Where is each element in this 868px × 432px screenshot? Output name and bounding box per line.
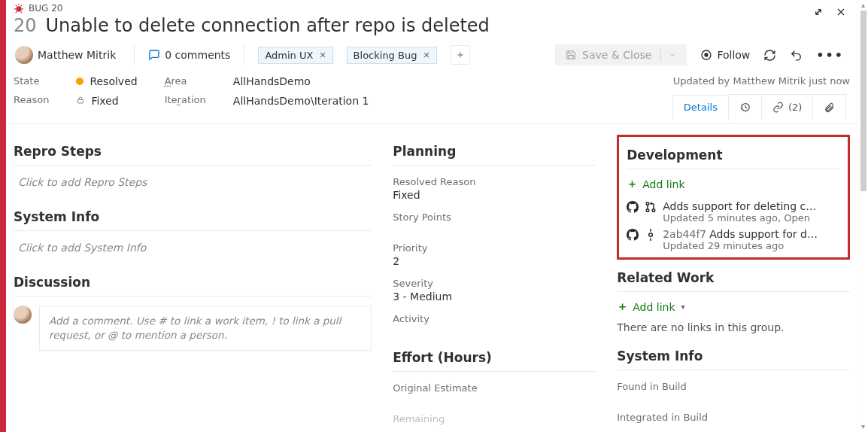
github-icon [627,201,639,213]
close-icon[interactable] [835,6,847,18]
severity-label: Severity [393,278,596,289]
chevron-down-icon: ▾ [681,303,685,311]
svg-point-7 [652,209,655,212]
svg-point-8 [649,233,653,237]
dev-item-title: Adds support for deleting connecti… [663,200,821,212]
expand-icon[interactable] [812,6,824,18]
link-icon [772,102,784,113]
tab-details[interactable]: Details [672,95,729,120]
section-effort: Effort (Hours) [393,344,596,372]
section-planning: Planning [393,138,596,166]
reason-label: Reason [14,94,49,105]
github-icon [627,229,639,241]
save-and-close-button: Save & Close [555,44,687,65]
save-label: Save & Close [582,49,651,61]
avatar [14,306,32,324]
found-in-build-label: Found in Build [617,381,850,392]
scrollbar[interactable]: ▴ ▾ [857,0,868,432]
history-icon [739,102,751,113]
system-info-input[interactable]: Click to add System Info [14,231,372,264]
pull-request-icon [645,201,657,213]
separator [244,44,244,65]
more-actions-icon[interactable]: ••• [816,48,844,62]
dev-item-title: 2ab44f7Adds support for deleting … [663,228,821,240]
resolved-reason-label: Resolved Reason [393,176,596,187]
severity-value[interactable]: 3 - Medium [393,291,596,303]
state-value[interactable]: Resolved [76,75,137,87]
add-tag-button[interactable]: ＋ [451,45,470,65]
section-repro-steps: Repro Steps [14,138,372,166]
avatar [15,46,33,64]
svg-point-5 [646,202,649,205]
bug-icon [14,3,24,14]
tab-links[interactable]: (2) [761,94,813,120]
tag-remove-icon[interactable]: ✕ [319,50,326,60]
priority-value[interactable]: 2 [393,255,596,267]
area-label: Area [165,75,206,87]
work-item-type: BUG 20 [29,3,62,14]
refresh-icon[interactable] [763,49,776,62]
attachment-icon [824,102,835,113]
tab-attachments[interactable] [812,94,846,120]
svg-point-6 [646,209,649,212]
comments-button[interactable]: 0 comments [148,49,230,61]
follow-button[interactable]: Follow [700,49,750,61]
integrated-in-build-label: Integrated in Build [617,412,850,423]
scroll-up-icon[interactable]: ▴ [861,2,865,9]
undo-icon[interactable] [790,49,803,62]
state-label: State [14,75,49,87]
development-item[interactable]: 2ab44f7Adds support for deleting … Updat… [627,228,840,251]
iteration-value[interactable]: AllHandsDemo\Iteration 1 [233,95,369,107]
commit-icon [645,229,657,241]
tag[interactable]: Blocking Bug ✕ [347,47,437,64]
updated-by-text: Updated by Matthew Mitrik just now [673,75,850,87]
reason-value[interactable]: Fixed [76,95,137,107]
resolved-reason-value[interactable]: Fixed [393,189,596,201]
svg-point-0 [16,6,21,11]
dev-item-subtitle: Updated 29 minutes ago [663,240,821,251]
repro-steps-input[interactable]: Click to add Repro Steps [14,166,372,199]
comments-count: 0 comments [165,49,230,61]
section-system-info: System Info [14,203,372,231]
dev-item-subtitle: Updated 5 minutes ago, Open [663,212,821,224]
development-item[interactable]: Adds support for deleting connecti… Upda… [627,200,840,224]
discussion-input[interactable]: Add a comment. Use # to link a work item… [39,306,372,351]
section-development: Development [627,141,840,169]
follow-label: Follow [717,49,750,61]
tag-label: Admin UX [265,50,313,61]
section-related-work: Related Work [617,264,850,292]
tab-history[interactable] [728,94,762,120]
priority-label: Priority [393,242,596,254]
related-empty-text: There are no links in this group. [617,318,850,338]
add-link-button[interactable]: ＋Add link▾ [617,292,850,318]
area-value[interactable]: AllHandsDemo [233,75,369,87]
activity-label: Activity [393,313,596,324]
chevron-down-icon [660,49,676,61]
state-dot-icon [76,78,83,85]
remaining-label: Remaining [393,413,596,424]
separator [134,44,135,65]
original-estimate-label: Original Estimate [393,382,596,394]
iteration-label: Iteration [165,94,206,105]
story-points-label: Story Points [393,211,596,223]
svg-rect-3 [78,100,83,104]
section-system-info-right: System Info [617,342,850,370]
plus-icon: ＋ [617,300,628,314]
tag[interactable]: Admin UX ✕ [258,47,332,64]
assignee-name: Matthew Mitrik [38,49,116,61]
plus-icon: ＋ [627,177,638,191]
section-discussion: Discussion [14,269,372,297]
scroll-thumb[interactable] [860,11,866,191]
assignee-picker[interactable]: Matthew Mitrik [14,44,120,66]
work-item-title[interactable]: Unable to delete connection after repo i… [46,15,490,36]
development-highlight: Development ＋Add link Adds support for d… [617,135,850,260]
tag-label: Blocking Bug [354,50,417,61]
add-link-button[interactable]: ＋Add link [627,169,840,196]
lock-icon [76,95,85,107]
work-item-id: 20 [14,15,37,36]
scroll-down-icon[interactable]: ▾ [861,423,865,430]
svg-point-2 [705,53,708,56]
tag-remove-icon[interactable]: ✕ [423,50,429,60]
